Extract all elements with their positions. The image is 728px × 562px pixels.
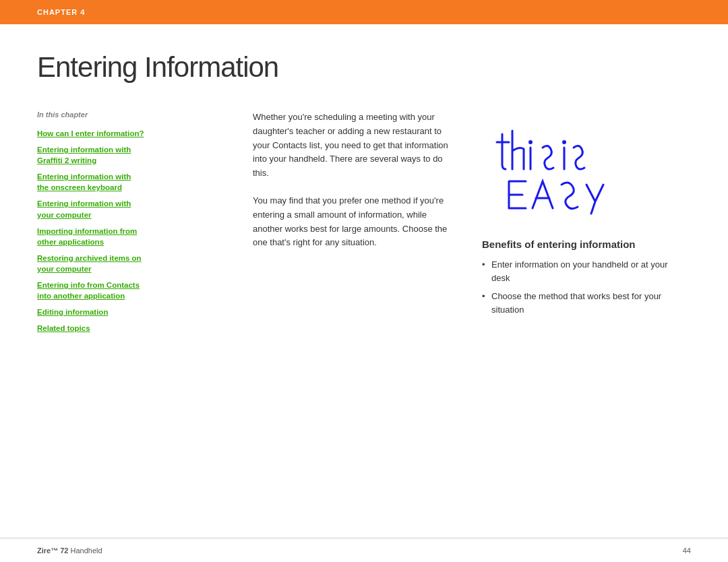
sidebar-link-graffiti[interactable]: Entering information withGraffiti 2 writ…	[37, 144, 212, 166]
benefit-item-2: Choose the method that works best for yo…	[482, 290, 671, 316]
right-section: Benefits of entering information Enter i…	[482, 111, 671, 518]
chapter-label: CHAPTER 4	[37, 8, 85, 16]
sidebar-link-restoring[interactable]: Restoring archived items onyour computer	[37, 253, 212, 274]
benefits-list: Enter information on your handheld or at…	[482, 258, 671, 316]
footer-device: Handheld	[71, 547, 102, 555]
page-title: Entering Information	[37, 51, 691, 84]
sidebar-link-editing[interactable]: Editing information	[37, 307, 212, 317]
footer-brand-text: Zire™ 72 Handheld	[37, 547, 102, 555]
sidebar-link-contacts[interactable]: Entering info from Contactsinto another …	[37, 280, 212, 301]
sidebar-link-related[interactable]: Related topics	[37, 323, 212, 334]
sidebar-links: How can I enter information? Entering in…	[37, 128, 212, 338]
body-paragraph-1: Whether you're scheduling a meeting with…	[253, 111, 455, 181]
content-area: In this chapter How can I enter informat…	[37, 111, 691, 518]
body-paragraph-2: You may find that you prefer one method …	[253, 194, 455, 250]
middle-section: Whether you're scheduling a meeting with…	[226, 111, 482, 518]
page-footer: Zire™ 72 Handheld 44	[0, 538, 728, 562]
sidebar-link-importing[interactable]: Importing information fromother applicat…	[37, 226, 212, 247]
sidebar-link-onscreen[interactable]: Entering information withthe onscreen ke…	[37, 171, 212, 193]
footer-page-number: 44	[683, 547, 691, 555]
svg-point-1	[562, 140, 566, 144]
sidebar: In this chapter How can I enter informat…	[37, 111, 226, 518]
sidebar-link-computer[interactable]: Entering information withyour computer	[37, 198, 212, 220]
benefit-item-1: Enter information on your handheld or at…	[482, 258, 671, 284]
handwriting-svg	[489, 114, 650, 215]
footer-brand: Zire™ 72	[37, 547, 68, 555]
benefits-title: Benefits of entering information	[482, 239, 671, 250]
main-content: Entering Information In this chapter How…	[0, 24, 728, 538]
chapter-header: CHAPTER 4	[0, 0, 728, 24]
svg-point-0	[528, 140, 533, 144]
benefits-section: Benefits of entering information Enter i…	[482, 239, 671, 321]
sidebar-link-how-can-enter[interactable]: How can I enter information?	[37, 128, 212, 139]
sidebar-heading: In this chapter	[37, 111, 212, 119]
handwriting-graphic	[482, 111, 657, 218]
